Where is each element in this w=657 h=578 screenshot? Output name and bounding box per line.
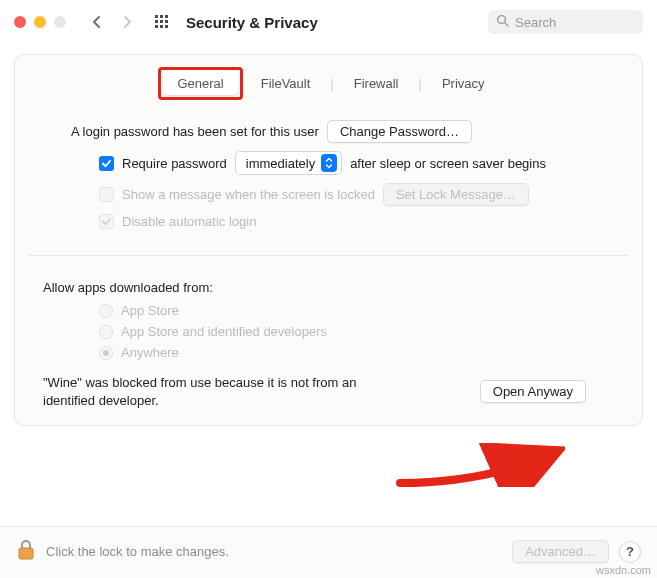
radio-anywhere-label: Anywhere	[121, 345, 179, 360]
tab-general[interactable]: General	[163, 72, 237, 95]
show-message-label: Show a message when the screen is locked	[122, 187, 375, 202]
allow-apps-section: Allow apps downloaded from: App Store Ap…	[15, 268, 642, 409]
section-divider	[29, 255, 628, 256]
annotation-highlight-general: General	[158, 67, 242, 100]
blocked-app-message: "Wine" was blocked from use because it i…	[43, 374, 383, 409]
radio-identified-developers-label: App Store and identified developers	[121, 324, 327, 339]
minimize-window-button[interactable]	[34, 16, 46, 28]
advanced-button[interactable]: Advanced…	[512, 540, 609, 563]
svg-rect-2	[165, 15, 168, 18]
svg-line-10	[505, 23, 509, 27]
require-password-checkbox[interactable]	[99, 156, 114, 171]
radio-app-store-label: App Store	[121, 303, 179, 318]
svg-rect-4	[160, 20, 163, 23]
search-placeholder: Search	[515, 15, 556, 30]
disable-auto-login-label: Disable automatic login	[122, 214, 256, 229]
login-password-label: A login password has been set for this u…	[71, 124, 319, 139]
watermark-text: wsxdn.com	[596, 564, 651, 576]
tab-bar: General FileVault | Firewall | Privacy	[15, 55, 642, 108]
svg-rect-1	[160, 15, 163, 18]
tab-firewall[interactable]: Firewall	[340, 72, 413, 95]
svg-rect-0	[155, 15, 158, 18]
disable-auto-login-checkbox[interactable]	[99, 214, 114, 229]
annotation-arrow	[395, 443, 565, 487]
search-field[interactable]: Search	[488, 10, 643, 34]
open-anyway-button[interactable]: Open Anyway	[480, 380, 586, 403]
login-password-section: A login password has been set for this u…	[15, 108, 642, 229]
close-window-button[interactable]	[14, 16, 26, 28]
svg-rect-11	[19, 548, 33, 559]
select-stepper-icon	[321, 154, 337, 172]
help-button[interactable]: ?	[619, 541, 641, 563]
require-password-label-pre: Require password	[122, 156, 227, 171]
lock-icon[interactable]	[16, 539, 36, 564]
window-titlebar: Security & Privacy Search	[0, 0, 657, 44]
radio-app-store[interactable]	[99, 304, 113, 318]
svg-rect-8	[165, 25, 168, 28]
tab-filevault[interactable]: FileVault	[247, 72, 325, 95]
change-password-button[interactable]: Change Password…	[327, 120, 472, 143]
set-lock-message-button[interactable]: Set Lock Message…	[383, 183, 529, 206]
svg-rect-7	[160, 25, 163, 28]
zoom-window-button[interactable]	[54, 16, 66, 28]
require-password-delay-select[interactable]: immediately	[235, 151, 342, 175]
allow-apps-heading: Allow apps downloaded from:	[43, 280, 213, 295]
traffic-lights	[14, 16, 66, 28]
radio-anywhere[interactable]	[99, 346, 113, 360]
forward-button[interactable]	[116, 11, 138, 33]
svg-rect-6	[155, 25, 158, 28]
preferences-panel: General FileVault | Firewall | Privacy A…	[14, 54, 643, 426]
svg-rect-5	[165, 20, 168, 23]
lock-text: Click the lock to make changes.	[46, 544, 229, 559]
footer-bar: Click the lock to make changes. Advanced…	[0, 526, 657, 578]
require-password-delay-value: immediately	[246, 156, 315, 171]
radio-identified-developers[interactable]	[99, 325, 113, 339]
require-password-label-post: after sleep or screen saver begins	[350, 156, 546, 171]
search-icon	[496, 14, 515, 30]
window-title: Security & Privacy	[186, 14, 318, 31]
svg-rect-3	[155, 20, 158, 23]
show-message-checkbox[interactable]	[99, 187, 114, 202]
tab-privacy[interactable]: Privacy	[428, 72, 499, 95]
back-button[interactable]	[86, 11, 108, 33]
show-all-icon[interactable]	[152, 12, 172, 32]
